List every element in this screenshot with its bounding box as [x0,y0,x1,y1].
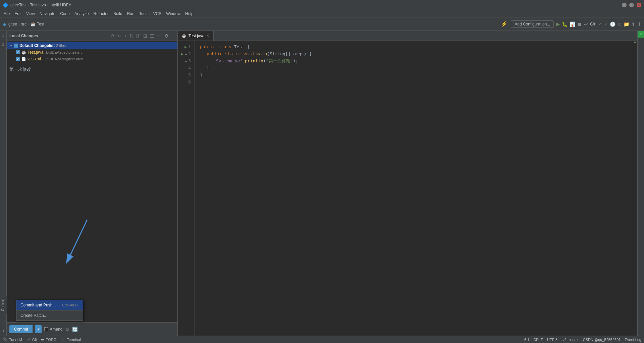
run-all-icon: ⚡ [501,21,507,27]
app-logo: 🔷 [3,2,8,8]
menu-build[interactable]: Build [111,11,124,17]
test-icon: ☕ [31,22,36,26]
project-tab[interactable]: 1 [2,32,5,39]
todo-item[interactable]: ☰ TODO [41,337,57,342]
debug-icon[interactable]: 🐛 [562,21,568,27]
create-patch-item[interactable]: Create Patch... [16,310,83,321]
commit-side-tab[interactable]: Commit [0,296,7,314]
tab-name: Test.java [189,34,204,38]
close-button[interactable]: ✕ [637,3,641,7]
editor-tab-test[interactable]: ☕ Test.java ✕ [178,31,214,41]
breadcrumb-test[interactable]: Test [37,22,44,26]
git-push-icon[interactable]: ⬆ [631,21,635,27]
toolbar: ◆ gitee › src › ☕ Test ⚡ Add Configurati… [0,17,644,31]
menu-view[interactable]: View [24,11,37,17]
left-side-panel: 1 2 Commit ⬡ ★ [0,31,7,336]
menu-edit[interactable]: Edit [12,11,23,17]
git-history-icon[interactable]: 🕐 [610,21,615,27]
rollback-button[interactable]: ↩ [117,33,122,39]
terminal-item[interactable]: ⬛ Terminal [60,337,81,342]
root-checkbox[interactable]: ✓ [14,44,18,48]
commit-message-input[interactable]: 第一次修改 [9,66,175,320]
menu-refactor[interactable]: Refactor [92,11,111,17]
git-bottom-item[interactable]: ⎇ Git [26,337,37,342]
group-button[interactable]: ☰ [149,33,155,39]
bookmark-line3: ◈ [185,59,187,64]
minimize-panel-button[interactable]: − [171,33,175,39]
tab-close-icon[interactable]: ✕ [206,34,209,38]
menu-tools[interactable]: Tools [137,11,151,17]
line-ending: CRLF [533,338,543,342]
structure-tab[interactable]: 2 [2,41,5,48]
create-patch-label: Create Patch... [20,313,47,318]
menu-file[interactable]: File [1,11,12,17]
editor-tabs: ☕ Test.java ✕ [178,31,637,41]
menu-vcs[interactable]: VCS [151,11,164,17]
undo-icon[interactable]: ↩ [584,21,588,27]
gitee-icon: ◆ [3,21,6,27]
amend-checkbox[interactable] [44,327,48,331]
commit-button-area: Commit and Push... Ctrl+Alt+K Create Pat… [7,322,177,336]
commit-panel: Local Changes ⟳ ↩ + ⇅ ◫ ⊞ ☰ ⋯ ⚙ − ▼ ✓ De… [7,31,178,336]
refresh-button[interactable]: ⟳ [110,33,115,39]
stop-icon[interactable]: ⏹ [577,21,582,27]
settings-panel-button[interactable]: ⚙ [164,33,169,39]
menu-code[interactable]: Code [58,11,72,17]
git-pull-icon[interactable]: ⬇ [637,21,641,27]
commit-dropdown-button[interactable]: ▾ [35,325,42,333]
filter-button[interactable]: ⋯ [156,33,162,39]
commit-button[interactable]: Commit [9,325,33,333]
git-label: Git: [590,22,596,26]
code-line-6 [200,79,627,86]
run-line2-icon[interactable]: ▶ [181,51,183,57]
title-text: giteeTest - Test.java - IntelliJ IDEA [10,3,71,7]
run-icon[interactable]: ▶ [556,21,560,27]
amend-checkbox-container[interactable]: Amend [44,327,62,332]
add-configuration-button[interactable]: Add Configuration... [511,20,554,28]
new-changelist-button[interactable]: + [123,33,127,39]
menu-run[interactable]: Run [125,11,137,17]
commit-refresh-icon[interactable]: 🔄 [72,327,78,332]
branch-icon: ⎇ [561,337,566,342]
file0-checkbox[interactable]: ✓ [16,50,20,54]
line-num-5: 5 [178,72,194,79]
commit-settings-icon[interactable]: ⚙ [65,327,69,332]
tunnel-label: TunnelJ [9,338,22,342]
git-revert-icon[interactable]: ⟲ [618,21,622,27]
main-area: 1 2 Commit ⬡ ★ Local Changes ⟳ ↩ + ⇅ ◫ ⊞… [0,31,644,336]
expand-button[interactable]: ⊞ [143,33,148,39]
commit-dropdown-menu: Commit and Push... Ctrl+Alt+K Create Pat… [16,300,83,321]
file-item-1[interactable]: ✓ 📄 vcs.xml D:\IDEA2020\gitee\.idea [7,56,177,62]
diff-button[interactable]: ◫ [136,33,141,39]
menu-window[interactable]: Window [164,11,182,17]
favorites-side-tab[interactable]: ★ [0,326,6,336]
notification-icon: ✓ [638,31,644,38]
local-changes-title: Local Changes [9,34,38,38]
titlebar: 🔷 giteeTest - Test.java - IntelliJ IDEA … [0,0,644,10]
tunnel-item[interactable]: 🔌 TunnelJ [3,337,22,342]
menu-navigate[interactable]: Navigate [38,11,57,17]
coverage-icon[interactable]: 📊 [570,21,575,27]
git-fetch-icon[interactable]: 📁 [624,21,629,27]
file-item-0[interactable]: ✓ ☕ Test.java D:\IDEA2020\gitee\src [7,49,177,56]
folder-icon: ▼ [9,44,13,48]
file1-checkbox[interactable]: ✓ [16,57,20,61]
tree-root-item[interactable]: ▼ ✓ Default Changelist 2 files [7,42,177,49]
commit-and-push-item[interactable]: Commit and Push... Ctrl+Alt+K [16,300,83,310]
breadcrumb-src[interactable]: src [21,22,26,26]
menu-analyze[interactable]: Analyze [72,11,91,17]
event-log[interactable]: Event Log [625,338,641,342]
menu-help[interactable]: Help [183,11,196,17]
code-editor: ▶ 1 ▶ ◈ 2 ◈ 3 4 5 6 public class Test [178,41,637,336]
cursor-position: 6:1 [524,338,529,342]
branch-item[interactable]: ⎇ master [561,337,579,342]
minimize-button[interactable]: — [622,3,627,7]
file1-name: vcs.xml [28,57,41,61]
move-button[interactable]: ⇅ [129,33,134,39]
code-content[interactable]: public class Test { public static void m… [195,41,632,336]
breadcrumb-gitee[interactable]: gitee [8,22,17,26]
run-line1-icon[interactable]: ▶ [184,44,187,50]
line-num-6: 6 [178,79,194,86]
maximize-button[interactable]: □ [629,3,634,7]
git-side-icon[interactable]: ⬡ [2,317,5,323]
